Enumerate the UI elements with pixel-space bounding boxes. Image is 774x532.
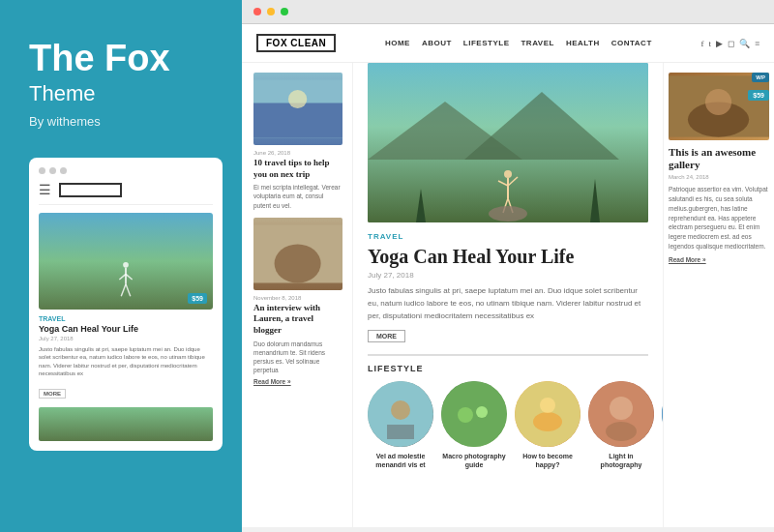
lifestyle-circle-1 bbox=[368, 381, 433, 447]
lifestyle-title-2: Macro photography guide bbox=[441, 452, 507, 469]
svg-point-0 bbox=[123, 262, 129, 268]
far-right-article-title[interactable]: This is an awesome gallery bbox=[669, 146, 769, 171]
lifestyle-section: LIFESTYLE Vel ad molestie menandri vis e… bbox=[368, 354, 648, 469]
site-nav-icons: f t ▶ ◻ 🔍 ≡ bbox=[700, 39, 759, 48]
twitter-icon: t bbox=[708, 39, 711, 48]
lifestyle-item-3[interactable]: How to become happy? bbox=[515, 381, 580, 469]
left-content-sidebar: June 26, 2018 10 travel tips to help you… bbox=[242, 63, 353, 527]
lifestyle-label: LIFESTYLE bbox=[368, 364, 648, 373]
lifestyle-title-3: How to become happy? bbox=[515, 452, 580, 469]
far-right-article-date: March 24, 2018 bbox=[669, 174, 769, 180]
lifestyle-circle-2 bbox=[441, 381, 507, 447]
svg-point-26 bbox=[441, 381, 507, 447]
nav-health[interactable]: HEALTH bbox=[566, 39, 600, 47]
by-line: By withemes bbox=[29, 114, 213, 129]
far-right-article-excerpt: Patrioque assertior ea vim. Volutpat sal… bbox=[669, 185, 769, 251]
mobile-dot-2 bbox=[49, 167, 56, 174]
svg-point-28 bbox=[476, 406, 488, 418]
mobile-article-title: Yoga Can Heal Your Life bbox=[39, 324, 213, 334]
sidebar-read-more[interactable]: Read More » bbox=[253, 378, 342, 385]
site-logo[interactable]: FOX CLEAN bbox=[256, 34, 336, 52]
lifestyle-item-2[interactable]: Macro photography guide bbox=[441, 381, 507, 469]
sidebar-article1-excerpt: Ei mei scripta intellegat. Verear volupt… bbox=[253, 183, 342, 209]
svg-rect-24 bbox=[387, 425, 414, 439]
hero-image bbox=[368, 63, 648, 222]
svg-point-10 bbox=[275, 244, 321, 282]
svg-point-25 bbox=[391, 400, 410, 420]
sidebar-article2-excerpt: Duo dolorum mandamus menandrium te. Sit … bbox=[253, 340, 342, 374]
mobile-dot-3 bbox=[60, 167, 67, 174]
browser-mockup: FOX CLEAN HOME ABOUT LIFESTYLE TRAVEL HE… bbox=[242, 0, 774, 532]
youtube-icon: ▶ bbox=[716, 39, 723, 48]
svg-point-41 bbox=[705, 89, 731, 115]
nav-contact[interactable]: CONTACT bbox=[611, 39, 652, 47]
menu-icon[interactable]: ≡ bbox=[755, 39, 759, 48]
main-article-category: TRAVEL bbox=[368, 232, 648, 241]
lifestyle-item-1[interactable]: Vel ad molestie menandri vis et bbox=[368, 381, 433, 469]
nav-about[interactable]: ABOUT bbox=[422, 39, 452, 47]
lifestyle-circle-4 bbox=[588, 381, 654, 447]
nav-home[interactable]: HOME bbox=[385, 39, 410, 47]
mobile-logo: FOX CLEAN bbox=[59, 183, 122, 197]
svg-line-3 bbox=[126, 274, 133, 280]
price-badge-side: $59 bbox=[748, 90, 769, 101]
site-main: June 26, 2018 10 travel tips to help you… bbox=[242, 63, 774, 527]
lifestyle-title-4: Light in photography bbox=[588, 452, 654, 469]
browser-close-dot bbox=[253, 8, 261, 15]
lifestyle-circle-3 bbox=[515, 381, 580, 447]
mobile-preview: ☰ FOX CLEAN $59 TRAVEL Yoga Can Heal You… bbox=[29, 158, 223, 452]
lifestyle-title-1: Vel ad molestie menandri vis et bbox=[368, 452, 433, 469]
browser-minimize-dot bbox=[267, 8, 275, 15]
theme-title: The Fox bbox=[29, 39, 213, 79]
sidebar-article1-date: June 26, 2018 bbox=[253, 150, 342, 156]
mobile-next-thumbnail bbox=[39, 407, 213, 441]
site-header: FOX CLEAN HOME ABOUT LIFESTYLE TRAVEL HE… bbox=[242, 24, 774, 63]
main-article-date: July 27, 2018 bbox=[368, 271, 648, 280]
mobile-dot-1 bbox=[39, 167, 45, 174]
mobile-article-category: TRAVEL bbox=[39, 315, 213, 322]
mobile-price-badge: $59 bbox=[188, 293, 207, 304]
browser-chrome bbox=[242, 0, 774, 24]
mobile-article-date: July 27, 2018 bbox=[39, 336, 213, 341]
svg-point-22 bbox=[489, 206, 527, 222]
sidebar-article1-title[interactable]: 10 travel tips to help you on nex trip bbox=[253, 158, 342, 180]
facebook-icon: f bbox=[700, 39, 703, 48]
mobile-more-button[interactable]: MORE bbox=[39, 389, 66, 399]
svg-point-34 bbox=[606, 422, 637, 441]
mobile-article-excerpt: Justo fabulas singulis at pri, saepe lup… bbox=[39, 345, 213, 378]
svg-point-16 bbox=[504, 170, 512, 178]
mobile-topbar: ☰ FOX CLEAN bbox=[39, 182, 213, 205]
main-article-title[interactable]: Yoga Can Heal Your Life bbox=[368, 245, 648, 268]
svg-point-8 bbox=[288, 90, 307, 108]
svg-line-5 bbox=[126, 284, 131, 296]
main-more-button[interactable]: MORE bbox=[368, 330, 405, 342]
search-icon[interactable]: 🔍 bbox=[739, 39, 750, 48]
theme-subtitle: Theme bbox=[29, 81, 213, 106]
mobile-hero-image: $59 bbox=[39, 213, 213, 310]
lifestyle-item-4[interactable]: Light in photography bbox=[588, 381, 654, 469]
svg-point-31 bbox=[540, 398, 555, 413]
svg-line-2 bbox=[119, 274, 126, 280]
nav-lifestyle[interactable]: LIFESTYLE bbox=[463, 39, 510, 47]
wp-badge: WP bbox=[752, 73, 769, 82]
svg-point-33 bbox=[610, 397, 633, 420]
svg-line-4 bbox=[121, 284, 126, 296]
site-nav: HOME ABOUT LIFESTYLE TRAVEL HEALTH CONTA… bbox=[385, 39, 652, 47]
mobile-hamburger-icon: ☰ bbox=[39, 182, 51, 198]
mobile-hero-figure bbox=[116, 261, 135, 300]
svg-point-30 bbox=[533, 412, 562, 431]
center-column: TRAVEL Yoga Can Heal Your Life July 27, … bbox=[353, 63, 663, 527]
instagram-icon: ◻ bbox=[728, 39, 734, 48]
browser-content: FOX CLEAN HOME ABOUT LIFESTYLE TRAVEL HE… bbox=[242, 24, 774, 527]
far-right-sidebar: WP $59 This is an awesome gallery March … bbox=[663, 63, 774, 527]
sidebar-thumb-2 bbox=[253, 218, 342, 290]
left-panel: The Fox Theme By withemes ☰ FOX CLEAN $5… bbox=[0, 0, 242, 532]
sidebar-article2-date: November 8, 2018 bbox=[253, 295, 342, 301]
far-right-thumbnail bbox=[669, 73, 769, 140]
far-right-read-more[interactable]: Read More » bbox=[669, 256, 769, 263]
browser-maximize-dot bbox=[281, 8, 288, 15]
main-article-excerpt: Justo fabulas singulis at pri, saepe lup… bbox=[368, 285, 648, 322]
svg-point-27 bbox=[458, 407, 473, 423]
nav-travel[interactable]: TRAVEL bbox=[521, 39, 553, 47]
sidebar-article2-title[interactable]: An interview with Lauren, a travel blogg… bbox=[253, 303, 342, 337]
